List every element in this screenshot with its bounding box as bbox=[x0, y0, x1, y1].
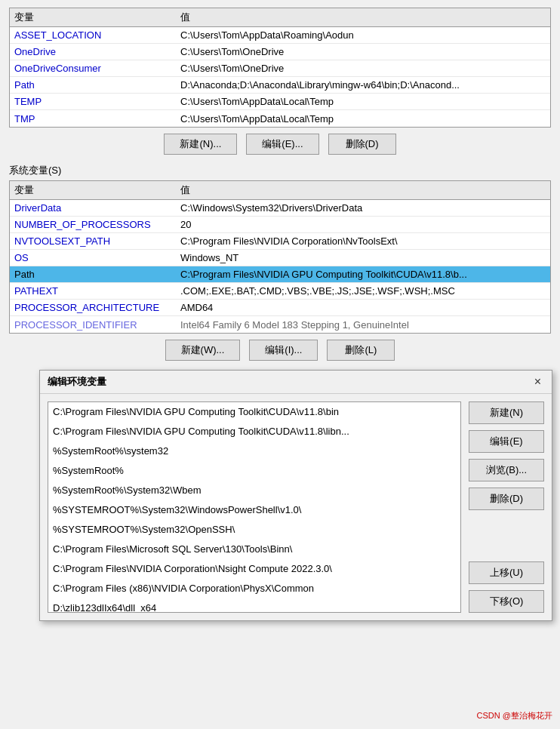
sys-vars-label: 系统变量(S) bbox=[9, 164, 551, 177]
list-item[interactable]: C:\Program Files (x86)\NVIDIA Corporatio… bbox=[48, 579, 460, 598]
dialog-delete-button[interactable]: 删除(D) bbox=[469, 488, 544, 510]
dialog-list-items: C:\Program Files\NVIDIA GPU Computing To… bbox=[48, 402, 460, 613]
dialog-moveup-button[interactable]: 上移(U) bbox=[469, 561, 544, 584]
dialog-title: 编辑环境变量 bbox=[48, 375, 106, 389]
list-item[interactable]: %SystemRoot%\system32 bbox=[48, 441, 460, 461]
var-name: PROCESSOR_IDENTIFIER bbox=[14, 319, 180, 331]
list-item[interactable]: C:\Program Files\Microsoft SQL Server\13… bbox=[48, 540, 460, 559]
list-item[interactable]: C:\Program Files\NVIDIA Corporation\Nsig… bbox=[48, 559, 460, 579]
table-row[interactable]: PATHEXT .COM;.EXE;.BAT;.CMD;.VBS;.VBE;.J… bbox=[10, 283, 550, 300]
sys-vars-header-val: 值 bbox=[180, 183, 546, 197]
user-vars-edit-button[interactable]: 编辑(E)... bbox=[246, 134, 318, 155]
csdn-watermark: CSDN @整治梅花开 bbox=[477, 710, 552, 721]
table-row[interactable]: TMP C:\Users\Tom\AppData\Local\Temp bbox=[10, 110, 550, 127]
edit-env-dialog: 编辑环境变量 × C:\Program Files\NVIDIA GPU Com… bbox=[39, 370, 552, 621]
list-item[interactable]: D:\zlib123dlIx64\dll_x64 bbox=[48, 598, 460, 613]
var-name: ASSET_LOCATION bbox=[14, 29, 180, 41]
var-value: C:\Users\Tom\AppData\Roaming\Aodun bbox=[180, 29, 546, 41]
var-value: 20 bbox=[180, 219, 546, 230]
table-row[interactable]: OS Windows_NT bbox=[10, 250, 550, 266]
user-vars-table: 变量 值 ASSET_LOCATION C:\Users\Tom\AppData… bbox=[9, 8, 551, 128]
dialog-new-button[interactable]: 新建(N) bbox=[469, 401, 544, 424]
var-name: NUMBER_OF_PROCESSORS bbox=[14, 219, 180, 230]
table-row[interactable]: NVTOOLSEXT_PATH C:\Program Files\NVIDIA … bbox=[10, 233, 550, 250]
table-row[interactable]: Path D:\Anaconda;D:\Anaconda\Library\min… bbox=[10, 77, 550, 94]
dialog-edit-button[interactable]: 编辑(E) bbox=[469, 430, 544, 453]
var-name: Path bbox=[14, 79, 180, 91]
list-item[interactable]: %SystemRoot% bbox=[48, 461, 460, 481]
var-name: OneDriveConsumer bbox=[14, 63, 180, 74]
var-name: OneDrive bbox=[14, 46, 180, 57]
table-row[interactable]: TEMP C:\Users\Tom\AppData\Local\Temp bbox=[10, 94, 550, 110]
var-value: Windows_NT bbox=[180, 252, 546, 263]
table-row[interactable]: PROCESSOR_ARCHITECTURE AMD64 bbox=[10, 300, 550, 316]
list-item[interactable]: %SYSTEMROOT%\System32\OpenSSH\ bbox=[48, 520, 460, 540]
list-item[interactable]: %SystemRoot%\System32\Wbem bbox=[48, 481, 460, 500]
sys-vars-button-row: 新建(W)... 编辑(I)... 删除(L) bbox=[9, 340, 551, 361]
var-value: C:\Program Files\NVIDIA GPU Computing To… bbox=[180, 269, 546, 280]
var-value: C:\Users\Tom\OneDrive bbox=[180, 63, 546, 74]
table-row[interactable]: ASSET_LOCATION C:\Users\Tom\AppData\Roam… bbox=[10, 27, 550, 44]
var-value: C:\Users\Tom\AppData\Local\Temp bbox=[180, 96, 546, 107]
sys-vars-edit-button[interactable]: 编辑(I)... bbox=[249, 340, 318, 361]
var-value: Intel64 Family 6 Model 183 Stepping 1, G… bbox=[180, 319, 546, 331]
table-row[interactable]: OneDrive C:\Users\Tom\OneDrive bbox=[10, 44, 550, 60]
var-name: TEMP bbox=[14, 96, 180, 107]
var-value: C:\Users\Tom\OneDrive bbox=[180, 46, 546, 57]
table-row[interactable]: OneDriveConsumer C:\Users\Tom\OneDrive bbox=[10, 60, 550, 77]
var-name: PROCESSOR_ARCHITECTURE bbox=[14, 302, 180, 313]
var-value: C:\Windows\System32\Drivers\DriverData bbox=[180, 202, 546, 214]
var-value: C:\Users\Tom\AppData\Local\Temp bbox=[180, 113, 546, 125]
user-vars-delete-button[interactable]: 删除(D) bbox=[328, 134, 396, 155]
sys-vars-header-var: 变量 bbox=[14, 183, 180, 197]
var-value: .COM;.EXE;.BAT;.CMD;.VBS;.VBE;.JS;.JSE;.… bbox=[180, 285, 546, 297]
user-vars-header-var: 变量 bbox=[14, 11, 180, 24]
dialog-titlebar: 编辑环境变量 × bbox=[40, 371, 552, 394]
var-name: PATHEXT bbox=[14, 285, 180, 297]
var-name: TMP bbox=[14, 113, 180, 125]
var-name: OS bbox=[14, 252, 180, 263]
user-vars-header-val: 值 bbox=[180, 11, 546, 24]
dialog-action-buttons: 新建(N) 编辑(E) 浏览(B)... 删除(D) 上移(U) 下移(O) bbox=[469, 401, 544, 613]
sys-vars-rows: DriverData C:\Windows\System32\Drivers\D… bbox=[10, 200, 550, 333]
var-value: C:\Program Files\NVIDIA Corporation\NvTo… bbox=[180, 235, 546, 247]
dialog-close-button[interactable]: × bbox=[531, 376, 544, 388]
user-vars-rows: ASSET_LOCATION C:\Users\Tom\AppData\Roam… bbox=[10, 27, 550, 127]
var-name: DriverData bbox=[14, 202, 180, 214]
dialog-overlay: 编辑环境变量 × C:\Program Files\NVIDIA GPU Com… bbox=[9, 370, 551, 621]
list-item[interactable]: %SYSTEMROOT%\System32\WindowsPowerShell\… bbox=[48, 500, 460, 520]
dialog-body: C:\Program Files\NVIDIA GPU Computing To… bbox=[40, 394, 552, 620]
var-value: D:\Anaconda;D:\Anaconda\Library\mingw-w6… bbox=[180, 79, 546, 91]
table-row[interactable]: PROCESSOR_IDENTIFIER Intel64 Family 6 Mo… bbox=[10, 316, 550, 333]
var-name: Path bbox=[14, 269, 180, 280]
user-vars-button-row: 新建(N)... 编辑(E)... 删除(D) bbox=[9, 134, 551, 155]
var-name: NVTOOLSEXT_PATH bbox=[14, 235, 180, 247]
dialog-browse-button[interactable]: 浏览(B)... bbox=[469, 459, 544, 481]
dialog-movedown-button[interactable]: 下移(O) bbox=[469, 590, 544, 613]
sys-vars-header: 变量 值 bbox=[10, 181, 550, 200]
list-item[interactable]: C:\Program Files\NVIDIA GPU Computing To… bbox=[48, 422, 460, 441]
var-value: AMD64 bbox=[180, 302, 546, 313]
table-row[interactable]: Path C:\Program Files\NVIDIA GPU Computi… bbox=[10, 266, 550, 283]
sys-vars-table: 变量 值 DriverData C:\Windows\System32\Driv… bbox=[9, 180, 551, 334]
table-row[interactable]: DriverData C:\Windows\System32\Drivers\D… bbox=[10, 200, 550, 217]
user-vars-new-button[interactable]: 新建(N)... bbox=[164, 134, 237, 155]
main-container: 变量 值 ASSET_LOCATION C:\Users\Tom\AppData… bbox=[0, 0, 560, 629]
sys-vars-delete-button[interactable]: 删除(L) bbox=[327, 340, 395, 361]
table-row[interactable]: NUMBER_OF_PROCESSORS 20 bbox=[10, 217, 550, 233]
dialog-list[interactable]: C:\Program Files\NVIDIA GPU Computing To… bbox=[48, 401, 461, 613]
user-vars-header: 变量 值 bbox=[10, 8, 550, 27]
sys-vars-new-button[interactable]: 新建(W)... bbox=[165, 340, 241, 361]
list-item[interactable]: C:\Program Files\NVIDIA GPU Computing To… bbox=[48, 402, 460, 422]
